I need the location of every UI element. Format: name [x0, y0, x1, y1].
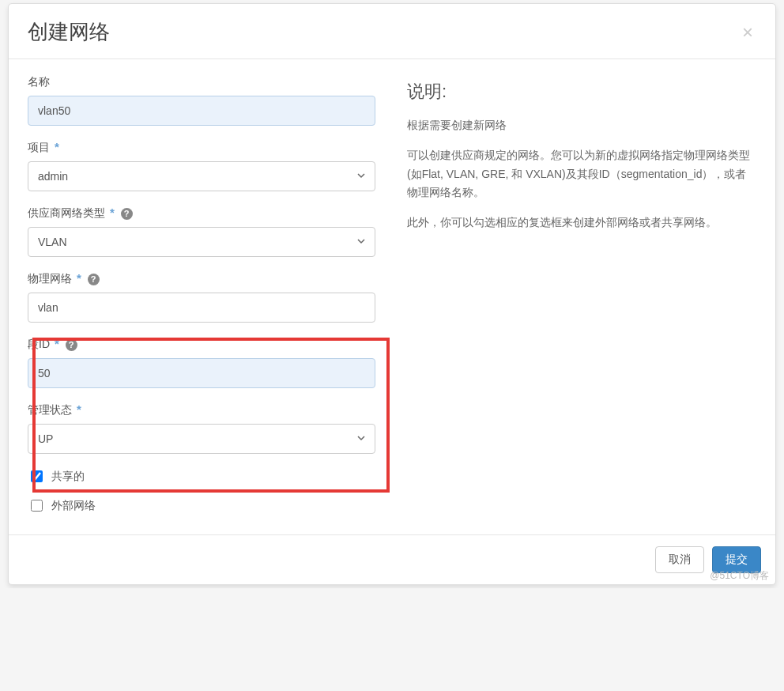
project-label-text: 项目	[28, 141, 50, 153]
name-field-group: 名称	[28, 75, 375, 126]
provider-type-label-text: 供应商网络类型	[28, 206, 105, 219]
project-select[interactable]: admin	[28, 161, 375, 191]
help-paragraph-1: 根据需要创建新网络	[407, 116, 756, 135]
admin-state-label: 管理状态 *	[28, 402, 375, 417]
help-title: 说明:	[407, 80, 756, 104]
segment-id-label: 段ID * ?	[28, 337, 375, 352]
help-icon[interactable]: ?	[121, 208, 133, 220]
external-checkbox[interactable]	[31, 500, 43, 512]
help-column: 说明: 根据需要创建新网络 可以创建供应商规定的网络。您可以为新的虚拟网络指定物…	[407, 75, 756, 527]
name-input[interactable]	[28, 96, 375, 126]
cancel-button[interactable]: 取消	[655, 546, 704, 573]
modal-header: 创建网络 ×	[9, 4, 775, 59]
required-asterisk-icon: *	[55, 140, 59, 153]
create-network-modal: 创建网络 × 名称 项目 * admin	[8, 3, 776, 585]
provider-type-label: 供应商网络类型 * ?	[28, 206, 375, 221]
help-icon[interactable]: ?	[66, 339, 77, 351]
watermark-text: @51CTO博客	[710, 569, 769, 583]
shared-checkbox[interactable]	[31, 470, 43, 482]
project-field-group: 项目 * admin	[28, 140, 375, 191]
provider-type-field-group: 供应商网络类型 * ? VLAN	[28, 206, 375, 257]
physical-network-label-text: 物理网络	[28, 272, 72, 285]
modal-title: 创建网络	[28, 18, 110, 46]
external-label: 外部网络	[51, 499, 96, 513]
provider-type-select[interactable]: VLAN	[28, 227, 375, 257]
shared-checkbox-row: 共享的	[28, 468, 375, 485]
required-asterisk-icon: *	[77, 402, 81, 416]
external-checkbox-row: 外部网络	[28, 497, 375, 514]
help-icon[interactable]: ?	[88, 274, 100, 285]
help-paragraph-2: 可以创建供应商规定的网络。您可以为新的虚拟网络指定物理网络类型(如Flat, V…	[407, 146, 756, 202]
shared-label: 共享的	[51, 470, 85, 484]
modal-body: 名称 项目 * admin 供应商	[9, 59, 775, 534]
segment-id-input[interactable]	[28, 358, 375, 388]
required-asterisk-icon: *	[77, 271, 81, 285]
project-label: 项目 *	[28, 140, 375, 155]
segment-id-label-text: 段ID	[28, 338, 50, 350]
admin-state-label-text: 管理状态	[28, 403, 72, 416]
segment-id-field-group: 段ID * ?	[28, 337, 375, 388]
close-icon[interactable]: ×	[739, 23, 756, 42]
name-label: 名称	[28, 75, 375, 89]
admin-state-select[interactable]: UP	[28, 424, 375, 454]
form-column: 名称 项目 * admin 供应商	[28, 75, 375, 527]
required-asterisk-icon: *	[55, 337, 59, 350]
required-asterisk-icon: *	[110, 206, 115, 219]
modal-footer: 取消 提交	[9, 534, 775, 584]
help-paragraph-3: 此外，你可以勾选相应的复选框来创建外部网络或者共享网络。	[407, 213, 756, 232]
physical-network-field-group: 物理网络 * ?	[28, 271, 375, 323]
physical-network-label: 物理网络 * ?	[28, 271, 375, 286]
admin-state-field-group: 管理状态 * UP	[28, 402, 375, 454]
physical-network-input[interactable]	[28, 293, 375, 323]
